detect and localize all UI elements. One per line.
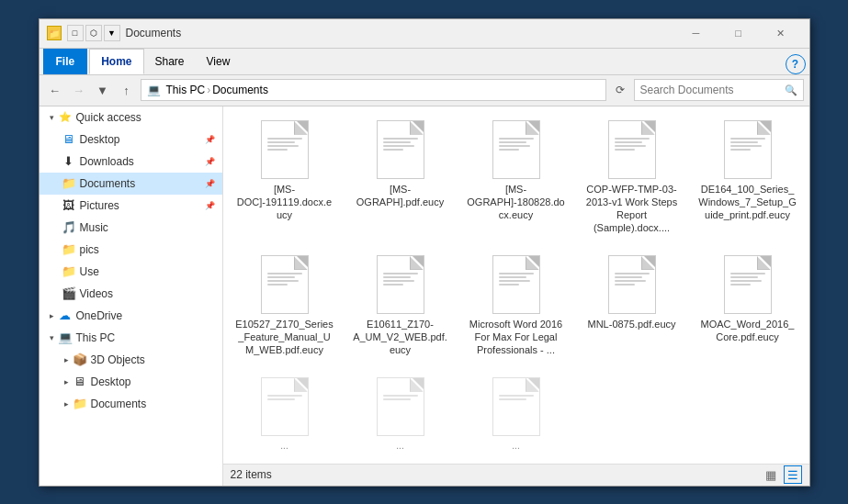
path-separator: › (207, 84, 210, 96)
up-button[interactable]: ↑ (117, 80, 137, 100)
star-icon: ⭐ (58, 110, 73, 125)
sidebar-item-videos[interactable]: 🎬 Videos (40, 283, 222, 305)
doc-line (499, 284, 520, 286)
doc-line (730, 138, 765, 140)
doc-line (267, 280, 299, 282)
search-icon[interactable]: 🔍 (785, 84, 797, 96)
sidebar-item-quick-access[interactable]: ▾ ⭐ Quick access (40, 106, 222, 129)
back-button[interactable]: ← (45, 80, 65, 100)
dropdown-btn[interactable]: ▼ (104, 25, 120, 41)
expand-arrow-desktop: ▸ (62, 377, 73, 386)
close-button[interactable]: ✕ (760, 18, 802, 48)
file-item[interactable]: ... (462, 371, 571, 458)
search-box[interactable]: 🔍 (634, 79, 804, 101)
file-name: COP-WFP-TMP-03-2013-v1 Work Steps Report… (582, 183, 682, 235)
doc-line (499, 138, 534, 140)
file-icon-wrapper (487, 255, 546, 314)
sidebar-item-onedrive[interactable]: ▸ ☁ OneDrive (40, 305, 222, 327)
minimize-button[interactable]: ─ (675, 18, 718, 48)
tab-file[interactable]: File (43, 49, 88, 74)
folder-icon-documents: 📁 (62, 176, 76, 191)
doc-line (730, 284, 752, 286)
doc-lines (262, 395, 308, 400)
folder-icon-pics: 📁 (62, 242, 76, 257)
doc-line (499, 280, 530, 282)
sidebar-item-documents[interactable]: 📁 Documents 📌 (40, 173, 222, 195)
sidebar-item-downloads[interactable]: ⬇ Downloads 📌 (40, 151, 222, 173)
file-item[interactable]: MOAC_Word_2016_Core.pdf.eucy (694, 249, 802, 364)
expand-arrow-3d: ▸ (62, 355, 73, 364)
doc-line (615, 273, 650, 274)
doc-line (267, 273, 302, 274)
doc-line (383, 280, 414, 282)
sidebar-item-music[interactable]: 🎵 Music (40, 217, 222, 239)
doc-fold (644, 121, 655, 132)
doc-line (383, 145, 414, 147)
doc-lines (493, 273, 539, 286)
sidebar-item-this-pc[interactable]: ▾ 💻 This PC (40, 327, 222, 349)
sidebar-item-desktop[interactable]: 🖥 Desktop 📌 (40, 129, 222, 151)
help-button[interactable]: ? (786, 54, 806, 74)
file-item[interactable]: E10611_Z170-A_UM_V2_WEB.pdf.eucy (346, 249, 455, 364)
sidebar-label-3d-objects: 3D Objects (91, 353, 145, 366)
tab-home[interactable]: Home (89, 49, 143, 74)
doc-line (615, 138, 650, 140)
grid-view-button[interactable]: ▦ (762, 465, 780, 484)
file-icon-wrapper (487, 120, 546, 179)
file-item[interactable]: MNL-0875.pdf.eucy (578, 249, 686, 364)
doc-line (383, 149, 404, 151)
doc-lines (609, 138, 655, 151)
sidebar-item-documents-pc[interactable]: ▸ 📁 Documents (40, 393, 222, 415)
sidebar-item-use[interactable]: 📁 Use (40, 261, 222, 283)
refresh-button[interactable]: ⟳ (610, 80, 630, 100)
file-item[interactable]: COP-WFP-TMP-03-2013-v1 Work Steps Report… (578, 114, 686, 241)
doc-line (267, 145, 299, 147)
doc-line (499, 395, 534, 397)
doc-line (499, 149, 520, 151)
file-item[interactable]: E10527_Z170_Series_Feature_Manual_UM_WEB… (231, 249, 339, 364)
sidebar-label-documents-pc: Documents (91, 398, 147, 410)
sidebar-item-desktop-pc[interactable]: ▸ 🖥 Desktop (40, 371, 222, 393)
sidebar-label-videos: Videos (80, 287, 113, 300)
file-item[interactable]: Microsoft Word 2016 For Max For Legal Pr… (462, 249, 571, 364)
file-item[interactable]: [MS-DOC]-191119.docx.eucy (231, 114, 339, 241)
sidebar-item-pics[interactable]: 📁 pics (40, 239, 222, 261)
doc-icon (261, 255, 309, 314)
doc-line (499, 145, 530, 147)
file-icon-wrapper (487, 377, 546, 436)
doc-line (615, 280, 646, 282)
sidebar-item-pictures[interactable]: 🖼 Pictures 📌 (40, 195, 222, 217)
title-bar-left-buttons: □ ⬡ ▼ (67, 25, 120, 41)
doc-line (383, 276, 411, 278)
maximize-button[interactable]: □ (718, 18, 760, 48)
tab-share[interactable]: Share (144, 49, 196, 74)
sidebar-item-3d-objects[interactable]: ▸ 📦 3D Objects (40, 349, 222, 371)
file-item[interactable]: ... (231, 371, 339, 458)
forward-button[interactable]: → (69, 80, 89, 100)
doc-line (615, 141, 642, 143)
doc-icon (608, 120, 656, 179)
file-item[interactable]: ... (346, 371, 455, 458)
file-grid-scroll[interactable]: [MS-DOC]-191119.docx.eucy (223, 106, 809, 464)
file-item[interactable]: [MS-OGRAPH].pdf.eucy (346, 114, 455, 241)
doc-fold (297, 378, 308, 389)
minimize-restore-btn[interactable]: □ (67, 25, 84, 41)
search-input[interactable] (640, 84, 785, 96)
doc-line (615, 276, 642, 278)
tab-view[interactable]: View (196, 49, 242, 74)
path-documents: Documents (212, 84, 268, 96)
sidebar-label-desktop: Desktop (80, 133, 120, 146)
list-view-button[interactable]: ☰ (784, 465, 802, 484)
doc-lines (378, 395, 424, 400)
address-path[interactable]: 💻 This PC › Documents (141, 79, 606, 101)
doc-fold (413, 256, 424, 267)
pin-btn[interactable]: ⬡ (85, 25, 102, 41)
expand-arrow-onedrive: ▸ (47, 311, 58, 320)
doc-lines (725, 273, 771, 286)
doc-line (383, 395, 418, 397)
doc-lines (493, 138, 539, 151)
recent-button[interactable]: ▼ (93, 80, 113, 100)
file-item[interactable]: DE164_100_Series_Windows_7_Setup_Guide_p… (694, 114, 802, 241)
doc-line (730, 273, 765, 274)
file-item[interactable]: [MS-OGRAPH]-180828.docx.eucy (462, 114, 571, 241)
